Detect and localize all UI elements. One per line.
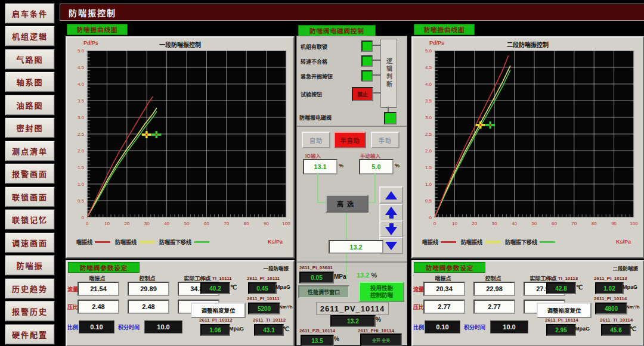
manual-input-field[interactable]: 5.0 — [359, 159, 394, 174]
svg-text:100: 100 — [630, 221, 638, 226]
chart-panel-stage2: Pd/Ps 二段防喘振控制 01020304050607080901005.04… — [411, 36, 644, 258]
flow-surge-field[interactable]: 20.34 — [423, 282, 465, 296]
mode-semi-auto-button[interactable]: 半自动 — [334, 132, 366, 148]
test-button-indicator[interactable]: 禁止 — [352, 87, 373, 101]
tag-label: 2611_PI_10114 — [545, 317, 578, 323]
sidebar-item-oil-diagram[interactable]: 油路图 — [5, 95, 55, 116]
valve-output-value: 13.2 — [330, 315, 376, 327]
pid-i-field[interactable]: 10.0 — [144, 320, 182, 333]
legend-label-surge: 喘振线 — [76, 238, 92, 246]
tag-unit: MpaG — [229, 326, 244, 332]
sidebar-item-antisurge[interactable]: 防喘振 — [5, 255, 55, 276]
tag-value: 2.95 — [546, 324, 576, 336]
sidebar-item-point-list[interactable]: 测点清单 — [5, 141, 55, 161]
legend-swatch-shift — [540, 241, 555, 243]
connector-line — [371, 45, 380, 46]
chart-legend: 喘振线 防喘振线 防喘振下移线 Ks/Pa — [422, 238, 637, 246]
legend-label-antisurge: 防喘振线 — [461, 238, 482, 246]
ratio-control-field[interactable]: 2.77 — [473, 300, 515, 314]
svg-text:70: 70 — [224, 221, 229, 226]
step-up-button[interactable] — [379, 186, 403, 204]
tag-unit: MpaG — [623, 284, 637, 290]
tag-unit: ℃ — [576, 284, 583, 291]
manual-input-unit: % — [395, 163, 400, 169]
sidebar-item-start-conditions[interactable]: 启车条件 — [5, 3, 55, 24]
solenoid-section-label: 防喘阀电磁阀控制 — [298, 25, 376, 36]
ratio-control-field[interactable]: 2.48 — [128, 300, 169, 314]
tag-value: 1.02 — [595, 282, 624, 294]
position-unit: % — [334, 336, 339, 342]
mode-auto-button[interactable]: 自动 — [302, 132, 330, 148]
tag-value: 42.8 — [546, 282, 576, 294]
tag-unit: ℃ — [230, 284, 237, 291]
sidebar-item-alarm-history[interactable]: 报警历史 — [5, 301, 55, 322]
arrow-up-icon — [385, 207, 397, 215]
stage-corner-label: 二段防喘振 — [612, 264, 638, 272]
svg-text:60: 60 — [552, 221, 557, 226]
suction-pressure-tag-label: 2611_PI_03601 — [299, 265, 333, 270]
chart-panel-stage1: Pd/Ps 一段防喘振控制 01020304050607080901005.04… — [66, 36, 295, 258]
x-axis-unit: Ks/Pa — [616, 239, 631, 245]
legend-label-shift: 防喘振下移线 — [505, 238, 537, 246]
sidebar-item-seal-diagram[interactable]: 密封图 — [5, 117, 55, 138]
pid-i-field[interactable]: 10.0 — [490, 320, 528, 333]
performance-window-button[interactable]: 性能调节窗口 — [298, 285, 349, 298]
svg-text:1.0: 1.0 — [78, 182, 85, 187]
tag-unit: MpaG — [575, 326, 590, 332]
connector-line — [388, 107, 389, 112]
svg-text:0.5: 0.5 — [78, 198, 85, 204]
ratio-surge-field[interactable]: 2.48 — [78, 300, 119, 314]
svg-text:1.5: 1.5 — [425, 165, 432, 170]
signal-line — [317, 173, 318, 202]
pid-p-label: 比例 — [413, 323, 424, 331]
legend-swatch-shift — [194, 241, 209, 243]
ramp-up-button[interactable] — [379, 204, 403, 221]
svg-text:2.0: 2.0 — [78, 148, 85, 154]
margin-reset-button[interactable]: 调整裕度复位 — [191, 303, 246, 318]
flow-surge-field[interactable]: 21.54 — [78, 282, 119, 296]
pid-p-field[interactable]: 0.10 — [425, 320, 460, 333]
sidebar-item-gas-diagram[interactable]: 气路图 — [5, 49, 55, 70]
sidebar-item-interlock-memory[interactable]: 联锁记忆 — [5, 209, 55, 230]
tag-value: 1.06 — [200, 324, 230, 336]
flow-control-field[interactable]: 29.89 — [128, 282, 169, 296]
pid-p-field[interactable]: 0.10 — [79, 320, 114, 333]
tag-unit: ℃ — [283, 326, 289, 332]
tag-value: 5200 — [248, 303, 280, 314]
svg-text:80: 80 — [244, 221, 249, 226]
high-select-button[interactable]: 高选 — [326, 195, 369, 213]
suction-pressure-value: 0.05 — [299, 272, 334, 283]
emergency-open-indicator — [361, 70, 373, 82]
sidebar-item-hardware-config[interactable]: 硬件配置 — [5, 324, 55, 345]
param-panel-stage1: 防喘阀参数设定 一段防喘振 喘振点 控制点 实际工作点 流量 21.54 29.… — [66, 260, 295, 346]
pid-i-label: 积分时间 — [464, 323, 485, 331]
valve-output-unit: % — [376, 316, 381, 323]
svg-text:1.5: 1.5 — [78, 165, 85, 170]
ratio-surge-field[interactable]: 2.77 — [423, 300, 465, 314]
limit-tag-label: 2611_FHI_10114 — [358, 328, 394, 333]
mode-manual-button[interactable]: 手动 — [371, 132, 400, 148]
tag-value: 45.6 — [601, 324, 631, 336]
margin-reset-button[interactable]: 调整裕度复位 — [537, 303, 592, 318]
flow-control-field[interactable]: 22.98 — [473, 282, 515, 296]
enable-performance-button[interactable]: 投用性能 控制防喘 — [359, 282, 404, 302]
svg-text:30: 30 — [144, 221, 150, 226]
sidebar-item-interlock-screen[interactable]: 联锁画面 — [5, 186, 55, 207]
tag-unit: Nm³/h — [279, 304, 293, 310]
svg-text:10: 10 — [452, 221, 457, 226]
solenoid-valve-indicator — [384, 112, 397, 124]
svg-text:0: 0 — [82, 215, 85, 220]
sidebar-item-history-trend[interactable]: 历史趋势 — [5, 278, 55, 299]
sidebar-item-speed-screen[interactable]: 调速画面 — [5, 232, 55, 253]
io-input-field[interactable]: 13.1 — [303, 159, 338, 174]
emergency-open-label: 紧急开阀按钮 — [301, 73, 333, 80]
chart-legend: 喘振线 防喘振线 防喘振下移线 Ks/Pa — [76, 238, 289, 246]
sidebar-item-unit-logic[interactable]: 机组逻辑 — [5, 26, 55, 46]
antisurge-chart-stage2: 01020304050607080901005.04.54.03.53.02.5… — [414, 47, 639, 233]
tag-label: 2611_PI_10113 — [594, 276, 627, 281]
ramp-down-button[interactable] — [379, 220, 403, 238]
sidebar-item-shaft-diagram[interactable]: 轴系图 — [5, 71, 55, 92]
sidebar-item-alarm-screen[interactable]: 报警画面 — [5, 163, 55, 184]
arrow-down-icon — [385, 227, 397, 235]
tag-label: 2611_TI_10114 — [600, 317, 633, 323]
